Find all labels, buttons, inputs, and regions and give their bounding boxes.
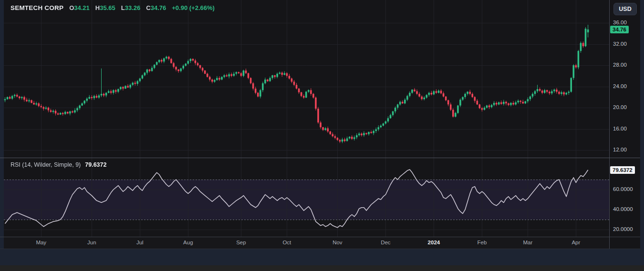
last-price-badge: 34.76: [610, 26, 629, 33]
rsi-current-badge: 79.6372: [610, 166, 635, 174]
price-axis[interactable]: 36.0032.0028.0024.0020.0016.0012.0060.00…: [609, 0, 640, 249]
chart-application: SEMTECH CORP O34.21 H35.65 L33.26 C34.76…: [0, 0, 644, 271]
rsi-tick-label: 40.0000: [613, 206, 633, 212]
time-axis-label: Dec: [381, 240, 390, 245]
price-tick-label: 20.00: [613, 104, 627, 110]
rsi-label: RSI (14, Wilder, Simple, 9): [10, 161, 81, 168]
footer-bar: LSEG: [0, 249, 644, 265]
time-axis-label: Feb: [477, 240, 487, 245]
time-axis-label: Apr: [571, 240, 580, 245]
rsi-tick-label: 60.0000: [613, 186, 633, 192]
panel-divider[interactable]: [0, 158, 640, 158]
time-axis-label: May: [36, 240, 46, 245]
time-axis-label: Aug: [183, 240, 193, 245]
open-value: O34.21: [69, 4, 90, 11]
time-axis-label: Mar: [523, 240, 532, 245]
time-axis-label: 2024: [428, 240, 440, 245]
low-value: L33.26: [121, 4, 141, 11]
bottom-strip: [0, 265, 644, 271]
price-tick-label: 28.00: [613, 62, 627, 68]
axis-divider: [0, 237, 640, 237]
price-tick-label: 36.00: [613, 20, 627, 25]
rsi-chart-canvas[interactable]: [4, 158, 609, 237]
chart-surface[interactable]: SEMTECH CORP O34.21 H35.65 L33.26 C34.76…: [4, 0, 609, 249]
symbol-name: SEMTECH CORP: [10, 4, 63, 11]
close-value: C34.76: [146, 4, 166, 11]
time-axis-label: Jul: [136, 240, 144, 245]
time-axis-label: Nov: [332, 240, 342, 245]
rsi-tick-label: 20.0000: [613, 226, 633, 232]
time-axis-label: Jun: [87, 240, 96, 245]
surface-bottom-border: [0, 249, 640, 249]
change-value: +0.90 (+2.66%): [172, 4, 215, 11]
time-axis-label: Oct: [282, 240, 291, 245]
price-chart-canvas[interactable]: [4, 0, 609, 158]
price-tick-label: 24.00: [613, 83, 627, 89]
high-value: H35.65: [95, 4, 115, 11]
time-axis[interactable]: MayJunJulAugSepOctNovDec2024FebMarApr: [4, 237, 609, 249]
price-tick-label: 16.00: [613, 126, 627, 131]
price-tick-label: 12.00: [613, 147, 627, 152]
price-tick-label: 32.00: [613, 41, 627, 47]
rsi-legend: RSI (14, Wilder, Simple, 9) 79.6372: [10, 161, 106, 168]
currency-toggle-button[interactable]: USD: [613, 3, 637, 15]
rsi-value: 79.6372: [85, 161, 106, 168]
time-axis-label: Sep: [236, 240, 246, 245]
instrument-legend: SEMTECH CORP O34.21 H35.65 L33.26 C34.76…: [10, 4, 215, 11]
